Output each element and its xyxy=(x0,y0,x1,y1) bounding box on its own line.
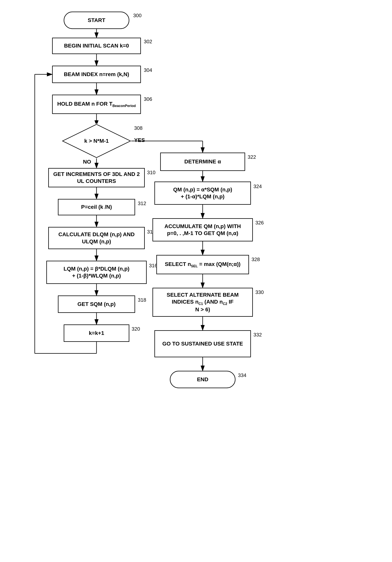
node-316-label: LQM (n,p) = β*DLQM (n,p)+ (1-β)*WLQM (n,… xyxy=(62,265,131,280)
ref-326: 326 xyxy=(255,220,264,226)
start-label: START xyxy=(86,16,107,24)
ref-304: 304 xyxy=(144,67,152,73)
node-310-label: GET INCREMENTS OF 3DL AND 2 UL COUNTERS xyxy=(49,170,144,186)
ref-318: 318 xyxy=(138,297,146,303)
node-320: k=k+1 xyxy=(64,325,129,342)
ref-322: 322 xyxy=(248,154,256,160)
node-326: ACCUMULATE QM (n,p) WITHp=0, . ,M-1 TO G… xyxy=(152,218,253,241)
node-322-label: DETERMINE α xyxy=(183,157,222,166)
node-322: DETERMINE α xyxy=(160,152,245,171)
node-328: SELECT nSEL = max (QM(n;α)) xyxy=(156,255,249,274)
ref-306: 306 xyxy=(144,96,152,102)
ref-312: 312 xyxy=(138,200,146,206)
node-308-label: k > N*M-1 xyxy=(84,138,109,144)
node-330: SELECT ALTERNATE BEAMINDICES nC1 (AND nC… xyxy=(152,288,253,317)
node-312-label: P=ceil (k /N) xyxy=(80,203,114,211)
node-306-label: HOLD BEAM n FOR TBeaconPeriod xyxy=(56,100,137,109)
no-label: NO xyxy=(83,159,91,165)
node-302: BEGIN INITIAL SCAN k=0 xyxy=(52,38,141,54)
ref-324: 324 xyxy=(254,184,262,189)
yes-label: YES xyxy=(134,137,145,143)
ref-310: 310 xyxy=(147,170,155,176)
ref-302: 302 xyxy=(144,39,152,45)
node-312: P=ceil (k /N) xyxy=(58,199,135,215)
node-310: GET INCREMENTS OF 3DL AND 2 UL COUNTERS xyxy=(48,168,145,187)
start-ref: 300 xyxy=(133,12,141,19)
ref-332: 332 xyxy=(254,332,262,338)
end-label: END xyxy=(195,375,210,384)
flowchart: START 300 BEGIN INITIAL SCAN k=0 302 BEA… xyxy=(0,0,392,562)
ref-320: 320 xyxy=(132,326,140,332)
node-314-label: CALCULATE DLQM (n,p) AND ULQM (n,p) xyxy=(49,230,144,246)
node-318: GET SQM (n,p) xyxy=(58,295,135,313)
node-332: GO TO SUSTAINED USE STATE xyxy=(154,330,251,357)
node-324: QM (n,p) = α*SQM (n,p)+ (1-α)*LQM (n,p) xyxy=(154,182,251,205)
node-316: LQM (n,p) = β*DLQM (n,p)+ (1-β)*WLQM (n,… xyxy=(46,261,147,284)
node-314: CALCULATE DLQM (n,p) AND ULQM (n,p) xyxy=(48,227,145,249)
ref-316: 316 xyxy=(149,263,157,269)
node-332-label: GO TO SUSTAINED USE STATE xyxy=(161,340,244,348)
node-320-label: k=k+1 xyxy=(87,329,105,337)
ref-330: 330 xyxy=(255,289,264,295)
ref-end: 334 xyxy=(238,372,246,378)
ref-308: 308 xyxy=(134,125,142,131)
node-302-label: BEGIN INITIAL SCAN k=0 xyxy=(63,42,130,50)
node-306: HOLD BEAM n FOR TBeaconPeriod xyxy=(52,95,141,114)
node-328-label: SELECT nSEL = max (QM(n;α)) xyxy=(163,260,242,269)
node-324-label: QM (n,p) = α*SQM (n,p)+ (1-α)*LQM (n,p) xyxy=(172,185,234,201)
start-node: START xyxy=(64,12,129,29)
node-304-label: BEAM INDEX n=rem (k,N) xyxy=(62,70,131,79)
ref-328: 328 xyxy=(252,257,260,262)
node-304: BEAM INDEX n=rem (k,N) xyxy=(52,66,141,83)
node-318-label: GET SQM (n,p) xyxy=(76,300,117,308)
node-308: k > N*M-1 xyxy=(62,124,131,158)
node-326-label: ACCUMULATE QM (n,p) WITHp=0, . ,M-1 TO G… xyxy=(163,222,242,238)
end-node: END xyxy=(170,371,235,388)
node-330-label: SELECT ALTERNATE BEAMINDICES nC1 (AND nC… xyxy=(165,291,240,314)
